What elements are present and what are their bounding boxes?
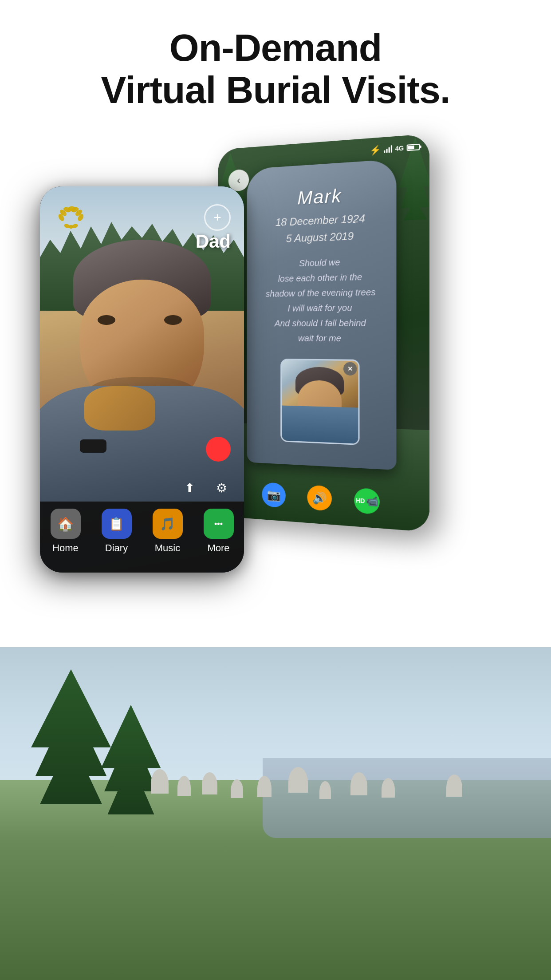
- tab-music[interactable]: 🎵 Music: [142, 509, 193, 554]
- signal-label: 4G: [395, 144, 404, 152]
- close-x-icon: ✕: [347, 365, 353, 372]
- home-icon: 🏠: [57, 516, 74, 532]
- inscription-3: shadow of the evening trees: [266, 287, 376, 299]
- tab-diary[interactable]: 📋 Diary: [91, 509, 142, 554]
- signal-bars: [384, 145, 393, 153]
- battery-icon: [407, 144, 420, 151]
- speaker-icon: 🔊: [312, 491, 327, 506]
- mid-toolbar: ⬆ ⚙: [178, 476, 233, 499]
- birth-date: 18 December 1924: [276, 212, 365, 228]
- plus-icon: +: [213, 210, 221, 225]
- tab-more[interactable]: ••• More: [193, 509, 244, 554]
- signal-bar-4: [391, 145, 392, 153]
- person-watch: [80, 439, 106, 453]
- battery-fill: [408, 146, 414, 150]
- more-tab-label: More: [207, 542, 229, 554]
- video-camera-icon: 📹: [366, 495, 378, 508]
- svg-point-9: [69, 225, 73, 229]
- title-line1: On-Demand: [0, 27, 551, 69]
- home-tab-label: Home: [52, 542, 79, 554]
- more-tab-icon-wrap: •••: [204, 509, 234, 539]
- back-phone-inner: ⚡ 4G ‹ Mark 18 December 1924 5 A: [218, 134, 429, 532]
- gravestone-9: [382, 778, 395, 798]
- diary-tab-icon-wrap: 📋: [102, 509, 132, 539]
- back-arrow-icon: ‹: [237, 174, 240, 187]
- inscription-2: lose each other in the: [278, 272, 362, 283]
- wifi-icon: ⚡: [370, 144, 381, 156]
- person-hand: [84, 386, 155, 431]
- mute-button[interactable]: 🔊: [307, 485, 331, 511]
- add-button[interactable]: +: [204, 204, 231, 231]
- ocean: [263, 758, 551, 838]
- death-date: 5 August 2019: [286, 230, 354, 245]
- front-phone-inner: Dad: [40, 186, 244, 573]
- gravestone-dates: 18 December 1924 5 August 2019: [276, 210, 365, 248]
- logo-wreath: [53, 200, 89, 235]
- diary-icon: 📋: [109, 517, 124, 531]
- front-phone: Dad: [40, 186, 244, 573]
- share-icon: ⬆: [185, 481, 195, 495]
- music-icon: 🎵: [160, 517, 175, 531]
- header-section: On-Demand Virtual Burial Visits.: [0, 27, 551, 111]
- inscription-1: Should we: [299, 257, 340, 268]
- signal-bar-3: [389, 147, 390, 153]
- gravestone-name: Mark: [297, 185, 342, 209]
- cemetery-background: [0, 647, 551, 980]
- wreath-svg: [55, 202, 87, 233]
- music-tab-label: Music: [155, 542, 180, 554]
- bottom-tab-bar: 🏠 Home 📋 Diary 🎵 Music: [40, 502, 244, 573]
- front-header: +: [40, 200, 244, 235]
- share-button[interactable]: ⬆: [178, 476, 201, 499]
- eye-right: [164, 315, 182, 325]
- gravestone-card: Mark 18 December 1924 5 August 2019 Shou…: [247, 159, 396, 470]
- gs-photo-body: [282, 405, 358, 443]
- music-tab-icon-wrap: 🎵: [153, 509, 183, 539]
- more-icon: •••: [214, 519, 223, 529]
- signal-bar-1: [384, 150, 386, 153]
- settings-button[interactable]: ⚙: [210, 476, 233, 499]
- gravestone-4: [231, 779, 243, 798]
- diary-tab-label: Diary: [105, 542, 128, 554]
- inscription-5: And should I fall behind: [275, 318, 366, 328]
- settings-icon: ⚙: [216, 481, 227, 495]
- gravestone-7: [319, 781, 331, 799]
- eye-left: [98, 315, 115, 325]
- hd-label: HD: [356, 497, 365, 505]
- title-line2: Virtual Burial Visits.: [0, 69, 551, 111]
- photo-close-button[interactable]: ✕: [343, 362, 357, 375]
- camera-icon: 📷: [267, 488, 281, 502]
- inscription-4: I will wait for you: [287, 303, 352, 313]
- back-phone: ⚡ 4G ‹ Mark 18 December 1924 5 A: [218, 134, 429, 532]
- home-tab-icon-wrap: 🏠: [51, 509, 81, 539]
- gravestone-2: [177, 776, 191, 796]
- record-button[interactable]: [206, 437, 231, 462]
- camera-button[interactable]: 📷: [262, 482, 285, 508]
- tab-home[interactable]: 🏠 Home: [40, 509, 91, 554]
- hd-video-button[interactable]: HD 📹: [354, 488, 380, 515]
- gravestone-photo-container: ✕: [280, 359, 359, 445]
- gravestone-inscription: Should we lose each other in the shadow …: [266, 253, 376, 346]
- signal-bar-2: [386, 149, 388, 153]
- inscription-6: wait for me: [298, 333, 341, 343]
